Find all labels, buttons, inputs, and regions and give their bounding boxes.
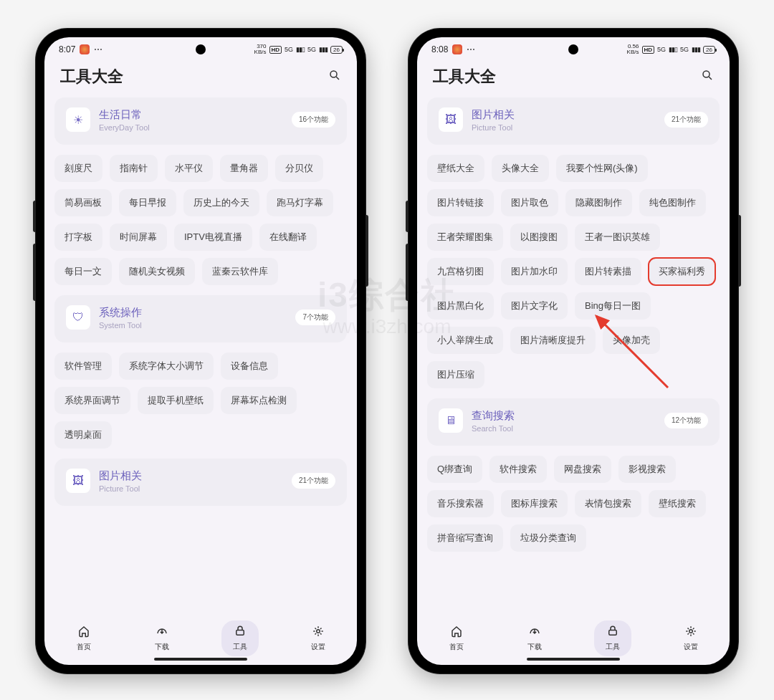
tool-chip[interactable]: 设备信息 <box>221 353 278 380</box>
nav-home-label: 首页 <box>449 642 464 652</box>
category-card[interactable]: 🖼 图片相关 Picture Tool 21个功能 <box>427 97 720 145</box>
camera-notch <box>568 44 578 54</box>
tool-chip[interactable]: 小人举牌生成 <box>427 327 503 354</box>
nav-settings-label: 设置 <box>684 642 698 652</box>
tool-chip[interactable]: 刻度尺 <box>54 155 102 182</box>
nav-settings[interactable]: 设置 <box>672 620 710 656</box>
status-more-icon: ⋯ <box>467 44 475 54</box>
status-hd-badge: HD <box>269 46 282 54</box>
tool-chip[interactable]: 历史上的今天 <box>183 189 259 216</box>
signal-icon: ▮▮▯ <box>669 46 677 53</box>
tool-chip[interactable]: 我要个性网(头像) <box>556 155 648 182</box>
tool-chip[interactable]: 垃圾分类查询 <box>510 524 586 552</box>
home-indicator[interactable] <box>527 658 620 661</box>
nav-settings-label: 设置 <box>311 642 325 652</box>
tool-chip[interactable]: 图标库搜索 <box>501 490 568 517</box>
tool-chip[interactable]: 网盘搜索 <box>554 456 611 483</box>
tool-chip[interactable]: 屏幕坏点检测 <box>221 387 297 414</box>
tool-chip[interactable]: 每日早报 <box>119 189 176 216</box>
nav-download[interactable]: 下载 <box>516 620 553 656</box>
home-icon <box>450 625 463 640</box>
category-count: 7个功能 <box>295 310 335 325</box>
tool-chip[interactable]: 图片压缩 <box>427 361 484 388</box>
battery-icon: 26 <box>330 46 343 54</box>
category-count: 21个功能 <box>292 473 335 489</box>
tools-icon <box>234 625 247 640</box>
tool-chip[interactable]: 隐藏图制作 <box>565 189 632 216</box>
tools-icon <box>606 625 619 640</box>
tool-chip[interactable]: 图片加水印 <box>501 258 568 285</box>
svg-line-1 <box>336 77 339 80</box>
search-icon[interactable] <box>328 69 341 85</box>
tool-chip[interactable]: 买家福利秀 <box>649 258 715 285</box>
tool-chip[interactable]: 表情包搜索 <box>575 490 641 517</box>
status-net1: 5G <box>657 46 666 53</box>
tool-chip[interactable]: 纯色图制作 <box>639 189 706 216</box>
tool-chip[interactable]: 提取手机壁纸 <box>138 387 214 414</box>
nav-home[interactable]: 首页 <box>65 620 102 656</box>
tool-chip[interactable]: 软件搜索 <box>489 456 547 483</box>
tool-chip[interactable]: 时间屏幕 <box>110 224 167 251</box>
search-icon[interactable] <box>701 69 714 85</box>
nav-home-label: 首页 <box>77 642 91 652</box>
category-subtitle: Picture Tool <box>472 123 656 132</box>
tool-chip[interactable]: 打字板 <box>54 224 102 251</box>
category-card[interactable]: 🖼 图片相关 Picture Tool 21个功能 <box>54 459 347 506</box>
tool-chip[interactable]: 拼音缩写查询 <box>427 524 503 552</box>
tool-chip[interactable]: 软件管理 <box>54 353 112 380</box>
tool-chip[interactable]: 随机美女视频 <box>119 258 195 285</box>
tool-chip[interactable]: Bing每日一图 <box>575 292 651 320</box>
settings-icon <box>312 625 325 640</box>
tool-chip[interactable]: 简易画板 <box>54 189 112 216</box>
tool-chip[interactable]: 图片取色 <box>501 189 558 216</box>
tool-chip[interactable]: 九宫格切图 <box>427 258 494 285</box>
tool-chip[interactable]: 音乐搜索器 <box>427 490 494 517</box>
tool-chip[interactable]: 王者荣耀图集 <box>427 224 503 251</box>
svg-point-8 <box>689 629 692 633</box>
tool-chip[interactable]: 壁纸搜索 <box>649 490 706 517</box>
tool-chip[interactable]: 每日一文 <box>54 258 112 285</box>
category-count: 12个功能 <box>664 413 708 428</box>
tool-chip[interactable]: 图片黑白化 <box>427 292 494 320</box>
tool-chip[interactable]: 头像大全 <box>492 155 549 182</box>
chip-group: 软件管理系统字体大小调节设备信息系统界面调节提取手机壁纸屏幕坏点检测透明桌面 <box>54 353 347 449</box>
tool-chip[interactable]: 图片转链接 <box>427 189 494 216</box>
chip-group: Q绑查询软件搜索网盘搜索影视搜索音乐搜索器图标库搜索表情包搜索壁纸搜索拼音缩写查… <box>427 456 720 552</box>
nav-tools[interactable]: 工具 <box>594 620 631 656</box>
home-indicator[interactable] <box>154 658 247 661</box>
tool-chip[interactable]: 图片清晰度提升 <box>510 327 596 354</box>
signal-icon: ▮▮▯ <box>296 46 305 53</box>
nav-download[interactable]: 下载 <box>143 620 181 656</box>
tool-chip[interactable]: 图片转素描 <box>575 258 641 285</box>
category-card[interactable]: 🖥 查询搜索 Search Tool 12个功能 <box>427 398 720 446</box>
tool-chip[interactable]: 头像加壳 <box>603 327 660 354</box>
nav-settings[interactable]: 设置 <box>300 620 337 656</box>
nav-home[interactable]: 首页 <box>438 620 475 656</box>
tool-chip[interactable]: IPTV电视直播 <box>174 224 252 251</box>
tool-chip[interactable]: 分贝仪 <box>275 155 323 182</box>
page-title: 工具大全 <box>433 66 496 87</box>
category-icon: 🖼 <box>439 107 463 132</box>
nav-tools[interactable]: 工具 <box>221 620 259 656</box>
status-time: 8:08 <box>431 44 448 54</box>
tool-chip[interactable]: 蓝秦云软件库 <box>202 258 278 285</box>
tool-chip[interactable]: 壁纸大全 <box>427 155 484 182</box>
tool-chip[interactable]: 跑马灯字幕 <box>267 189 333 216</box>
tool-chip[interactable]: 在线翻译 <box>259 224 317 251</box>
tool-chip[interactable]: 指南针 <box>110 155 158 182</box>
tool-chip[interactable]: 系统字体大小调节 <box>119 353 214 380</box>
tool-chip[interactable]: 透明桌面 <box>54 421 112 449</box>
tool-chip[interactable]: 量角器 <box>220 155 268 182</box>
camera-notch <box>196 44 206 54</box>
tool-chip[interactable]: 王者一图识英雄 <box>575 224 660 251</box>
tool-chip[interactable]: 系统界面调节 <box>54 387 130 414</box>
tool-chip[interactable]: 影视搜索 <box>618 456 676 483</box>
tool-chip[interactable]: 以图搜图 <box>510 224 568 251</box>
category-subtitle: Picture Tool <box>99 484 283 493</box>
category-card[interactable]: ☀ 生活日常 EveryDay Tool 16个功能 <box>54 97 347 145</box>
category-card[interactable]: 🛡 系统操作 System Tool 7个功能 <box>54 295 347 342</box>
category-count: 21个功能 <box>664 112 708 128</box>
tool-chip[interactable]: Q绑查询 <box>427 456 482 483</box>
tool-chip[interactable]: 水平仪 <box>165 155 213 182</box>
tool-chip[interactable]: 图片文字化 <box>501 292 568 320</box>
